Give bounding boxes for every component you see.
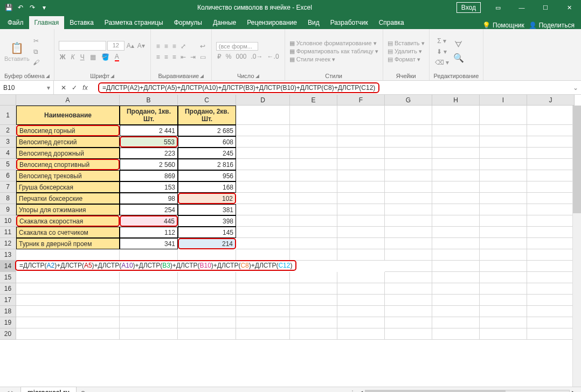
row-header[interactable]: 11 — [0, 227, 16, 238]
cell[interactable] — [337, 159, 385, 170]
row-header[interactable]: 17 — [0, 295, 16, 306]
cell[interactable] — [480, 148, 527, 159]
cell[interactable] — [178, 283, 236, 295]
copy-icon[interactable]: ⧉ — [32, 47, 40, 57]
cell-c9[interactable]: 381 — [178, 204, 236, 215]
cell[interactable] — [527, 261, 575, 272]
cell-c6[interactable]: 956 — [178, 170, 236, 181]
cell[interactable] — [290, 238, 337, 249]
cell-c11[interactable]: 145 — [178, 227, 236, 238]
cell[interactable] — [337, 283, 385, 295]
cell[interactable] — [337, 249, 385, 261]
cell[interactable] — [527, 272, 575, 283]
tab-developer[interactable]: Разработчик — [325, 16, 374, 29]
col-header[interactable]: C — [178, 95, 236, 106]
cell[interactable] — [432, 249, 480, 261]
cell[interactable] — [480, 215, 527, 227]
cell-c5[interactable]: 2 816 — [178, 159, 236, 170]
cell[interactable] — [337, 328, 385, 340]
cell[interactable] — [337, 215, 385, 227]
table-header[interactable]: Продано, 2кв. Шт. — [178, 106, 236, 125]
cell[interactable] — [120, 306, 178, 317]
currency-icon[interactable]: ₽ — [216, 52, 223, 61]
cell[interactable] — [236, 125, 290, 136]
sort-filter-icon[interactable]: ᗊ — [452, 39, 465, 51]
cell[interactable] — [290, 125, 337, 136]
cell[interactable] — [527, 181, 575, 193]
cell[interactable] — [16, 295, 120, 306]
cell[interactable] — [16, 306, 120, 317]
align-top-icon[interactable]: ≡ — [155, 41, 161, 51]
sheet-prev-icon[interactable]: ◀ — [4, 389, 9, 393]
cell[interactable] — [527, 249, 575, 261]
col-header[interactable]: G — [385, 95, 432, 106]
cell-b9[interactable]: 254 — [120, 204, 178, 215]
font-launcher-icon[interactable]: ◢ — [110, 73, 114, 79]
cell[interactable] — [236, 193, 290, 204]
cell-b7[interactable]: 153 — [120, 181, 178, 193]
cell[interactable] — [236, 306, 290, 317]
minimize-button[interactable]: — — [510, 0, 534, 15]
cell[interactable] — [178, 328, 236, 340]
cell-b5[interactable]: 2 560 — [120, 159, 178, 170]
hscroll-left-icon[interactable]: ◀ — [358, 389, 363, 393]
cell[interactable] — [385, 215, 432, 227]
cell-b12[interactable]: 341 — [120, 238, 178, 249]
cell[interactable] — [385, 317, 432, 328]
cell[interactable] — [290, 261, 337, 272]
cell[interactable] — [432, 215, 480, 227]
cell[interactable] — [432, 328, 480, 340]
cell[interactable] — [432, 159, 480, 170]
cell-b8[interactable]: 98 — [120, 193, 178, 204]
cell[interactable] — [337, 317, 385, 328]
cell[interactable] — [527, 215, 575, 227]
clipboard-launcher-icon[interactable]: ◢ — [46, 73, 50, 79]
row-header[interactable]: 20 — [0, 328, 16, 340]
cell[interactable] — [480, 170, 527, 181]
tab-help[interactable]: Справка — [374, 16, 410, 29]
scrollbar-thumb[interactable] — [573, 106, 581, 213]
cell[interactable] — [432, 106, 480, 125]
cell[interactable] — [236, 283, 290, 295]
cell[interactable] — [385, 159, 432, 170]
increase-decimal-icon[interactable]: .0→ — [250, 52, 264, 61]
cell[interactable] — [337, 125, 385, 136]
cell[interactable] — [432, 136, 480, 148]
cell[interactable] — [385, 261, 432, 272]
col-header[interactable]: D — [236, 95, 290, 106]
increase-indent-icon[interactable]: ⇥ — [189, 52, 197, 62]
cell[interactable] — [337, 238, 385, 249]
cell[interactable] — [290, 283, 337, 295]
col-header[interactable]: H — [432, 95, 480, 106]
row-header[interactable]: 4 — [0, 148, 16, 159]
cell[interactable] — [480, 261, 527, 272]
row-header[interactable]: 1 — [0, 106, 16, 125]
horizontal-scrollbar[interactable] — [365, 390, 570, 393]
save-icon[interactable]: 💾 — [4, 3, 13, 12]
cell[interactable] — [527, 193, 575, 204]
confirm-formula-icon[interactable]: ✓ — [69, 84, 80, 92]
cell[interactable] — [236, 238, 290, 249]
cell[interactable] — [480, 136, 527, 148]
col-header[interactable]: J — [527, 95, 575, 106]
col-header[interactable]: E — [290, 95, 337, 106]
cell[interactable] — [120, 295, 178, 306]
italic-icon[interactable]: К — [70, 52, 76, 62]
cell[interactable] — [290, 106, 337, 125]
cell[interactable] — [236, 170, 290, 181]
clear-icon[interactable]: ⌫ ▾ — [434, 58, 450, 67]
cell[interactable] — [236, 106, 290, 125]
underline-icon[interactable]: Ч — [79, 52, 86, 62]
cell[interactable] — [120, 283, 178, 295]
percent-icon[interactable]: % — [225, 52, 233, 61]
maximize-button[interactable]: ☐ — [534, 0, 557, 15]
cell[interactable] — [432, 238, 480, 249]
cell[interactable] — [337, 181, 385, 193]
name-box[interactable]: B10 ▾ — [0, 81, 54, 94]
cell[interactable] — [432, 125, 480, 136]
comma-icon[interactable]: 000 — [235, 52, 248, 61]
cell[interactable] — [385, 148, 432, 159]
row-header[interactable]: 19 — [0, 317, 16, 328]
cell[interactable] — [178, 295, 236, 306]
increase-font-icon[interactable]: A▴ — [126, 41, 135, 51]
